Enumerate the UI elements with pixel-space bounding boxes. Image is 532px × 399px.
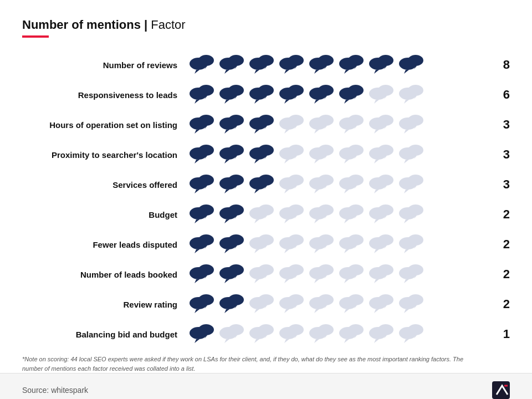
bubble-filled <box>338 83 365 107</box>
svg-point-127 <box>399 267 417 279</box>
bubble-empty <box>338 232 365 257</box>
bubble-empty <box>398 142 424 167</box>
bubble-filled <box>188 112 215 137</box>
bubble-filled <box>218 53 245 77</box>
svg-point-81 <box>190 207 207 219</box>
svg-point-41 <box>309 117 327 130</box>
svg-point-27 <box>339 88 357 100</box>
bubble-empty <box>308 202 335 227</box>
svg-point-1 <box>190 58 207 70</box>
row-label: Fewer leads disputed <box>22 240 188 249</box>
row-count: 2 <box>488 237 510 252</box>
row-label: Responsiveness to leads <box>22 90 188 100</box>
chart-rows: Number of reviews <box>22 50 510 349</box>
source-label: Source: <box>22 386 49 395</box>
bubble-filled <box>368 53 395 77</box>
bubbles-area <box>188 322 488 346</box>
svg-point-9 <box>309 58 327 70</box>
svg-point-137 <box>309 297 327 309</box>
svg-point-121 <box>309 267 327 279</box>
svg-point-17 <box>190 88 207 100</box>
svg-point-83 <box>219 207 237 219</box>
bubble-empty <box>368 112 395 137</box>
svg-point-131 <box>219 297 237 309</box>
row-count: 2 <box>488 267 510 282</box>
bubble-empty <box>398 262 424 287</box>
chart-row: Services offered <box>22 170 510 200</box>
svg-point-157 <box>369 327 387 339</box>
svg-point-45 <box>369 117 387 130</box>
bubble-filled <box>218 292 245 316</box>
svg-point-129 <box>190 297 207 309</box>
svg-point-33 <box>190 117 207 130</box>
svg-point-139 <box>339 297 357 309</box>
svg-point-109 <box>369 237 387 249</box>
svg-point-47 <box>399 117 417 130</box>
row-count: 3 <box>488 117 510 132</box>
row-count: 1 <box>488 327 510 341</box>
svg-rect-160 <box>492 381 510 399</box>
bubble-filled <box>398 53 424 77</box>
svg-point-105 <box>309 237 327 249</box>
row-label: Services offered <box>22 180 188 190</box>
bubble-filled <box>218 262 245 287</box>
chart-row: Budget <box>22 200 510 229</box>
bubble-empty <box>278 292 305 316</box>
svg-point-87 <box>279 207 297 219</box>
row-count: 2 <box>488 207 510 222</box>
svg-point-125 <box>369 267 387 279</box>
bubble-filled <box>218 142 245 167</box>
bubble-empty <box>368 322 395 346</box>
svg-point-25 <box>309 88 327 100</box>
bubble-filled <box>248 172 275 197</box>
bubble-empty <box>398 232 424 257</box>
svg-point-119 <box>279 267 297 279</box>
bubble-filled <box>248 53 275 77</box>
bubbles-area <box>188 172 488 197</box>
bubble-empty <box>338 322 365 346</box>
logo-icon <box>492 381 510 399</box>
svg-point-73 <box>309 177 327 190</box>
svg-point-21 <box>249 88 267 100</box>
svg-point-99 <box>219 237 237 249</box>
svg-point-135 <box>279 297 297 309</box>
svg-point-57 <box>309 147 327 160</box>
bubble-filled <box>248 83 275 107</box>
chart-row: Responsiveness to leads <box>22 80 510 110</box>
bubble-filled <box>248 112 275 137</box>
svg-point-133 <box>249 297 267 309</box>
svg-point-97 <box>190 237 207 249</box>
logo <box>492 381 510 399</box>
bubble-empty <box>278 262 305 287</box>
bubble-empty <box>368 172 395 197</box>
svg-point-51 <box>219 147 237 160</box>
bubble-empty <box>338 142 365 167</box>
bubble-empty <box>248 232 275 257</box>
footer: Source: whitespark <box>0 373 532 399</box>
row-label: Proximity to searcher's location <box>22 150 188 160</box>
bubble-filled <box>188 142 215 167</box>
bubbles-area <box>188 232 488 257</box>
bubble-empty <box>278 142 305 167</box>
svg-point-147 <box>219 327 237 339</box>
svg-point-5 <box>249 58 267 70</box>
bubble-empty <box>308 262 335 287</box>
chart-row: Hours of operation set on listing <box>22 110 510 140</box>
svg-point-71 <box>279 177 297 190</box>
bubble-filled <box>218 202 245 227</box>
svg-point-43 <box>339 117 357 130</box>
bubbles-area <box>188 83 488 107</box>
bubble-empty <box>368 292 395 316</box>
bubble-empty <box>398 83 424 107</box>
title-bold: Number of mentions <box>22 18 141 32</box>
title-separator: | <box>141 18 151 32</box>
row-count: 8 <box>488 58 510 72</box>
svg-point-65 <box>190 177 207 190</box>
svg-point-63 <box>399 147 417 160</box>
row-count: 6 <box>488 88 510 102</box>
bubble-empty <box>338 112 365 137</box>
bubble-filled <box>218 112 245 137</box>
bubble-filled <box>218 232 245 257</box>
chart-container: Number of mentions | Factor Number of re… <box>0 0 532 349</box>
bubble-empty <box>398 172 424 197</box>
